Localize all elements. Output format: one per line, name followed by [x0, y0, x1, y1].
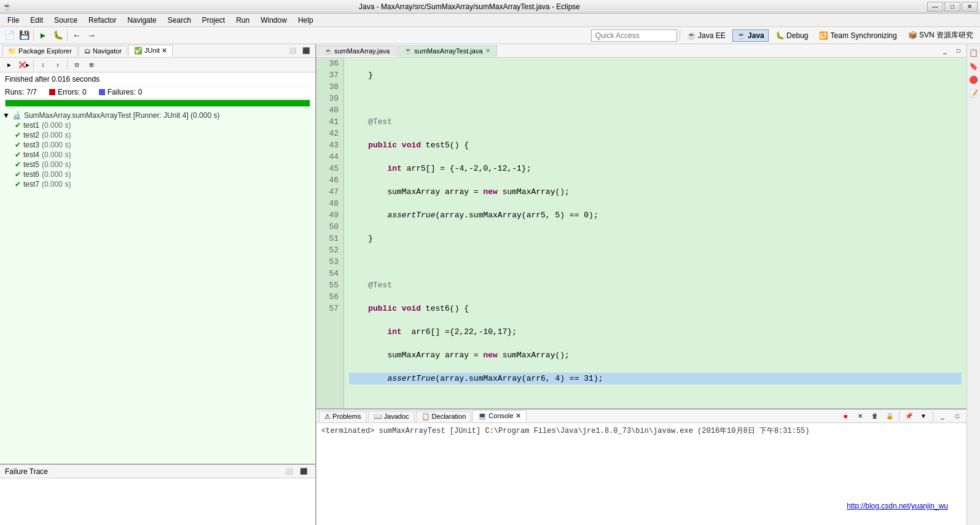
test-name-6: test6 — [23, 170, 39, 179]
console-scroll-lock-button[interactable]: 🔒 — [883, 410, 896, 423]
minimize-button[interactable]: — — [927, 2, 943, 12]
back-button[interactable]: ← — [70, 29, 84, 42]
console-terminate-button[interactable]: ■ — [839, 410, 852, 423]
ln-41: 41 — [321, 116, 339, 128]
failure-trace-maximize-button[interactable]: ⬛ — [297, 465, 310, 478]
menu-search[interactable]: Search — [163, 15, 196, 26]
menu-file[interactable]: File — [2, 15, 24, 26]
ln-54: 54 — [321, 268, 339, 279]
console-remove-button[interactable]: ✕ — [853, 410, 867, 423]
menu-refactor[interactable]: Refactor — [84, 15, 121, 26]
tab-javadoc[interactable]: 📖 Javadoc — [368, 411, 415, 422]
junit-status-text: Finished after 0.016 seconds — [5, 75, 100, 84]
menu-project[interactable]: Project — [197, 15, 230, 26]
test-tree[interactable]: ▼ 🔬 SumMaxArray.sumMaxArrayTest [Runner:… — [0, 108, 315, 464]
save-button[interactable]: 💾 — [17, 29, 31, 42]
code-line-48: sumMaxArray array = new sumMaxArray(); — [349, 349, 962, 361]
test-pass-icon-1: ✔ — [15, 121, 21, 130]
rerun-failed-button[interactable]: ❌▶ — [17, 58, 31, 72]
perspective-svn[interactable]: 📦 SVN 资源库研究 — [904, 28, 978, 42]
test-pass-icon-4: ✔ — [15, 150, 21, 159]
tab-console[interactable]: 💻 Console ✕ — [472, 410, 526, 422]
ln-48: 48 — [321, 198, 339, 209]
menubar: File Edit Source Refactor Navigate Searc… — [0, 14, 980, 27]
test-item-6[interactable]: ✔ test6 (0.000 s) — [2, 169, 313, 179]
quick-access-input[interactable] — [591, 29, 677, 42]
code-line-47: int arr6[] ={2,22,-10,17}; — [349, 326, 962, 338]
console-clear-button[interactable]: 🗑 — [868, 410, 882, 423]
editor-tab-sumMaxArrayTest[interactable]: ☕ sumMaxArrayTest.java ✕ — [398, 45, 496, 56]
console-pin-button[interactable]: 📌 — [902, 410, 915, 423]
maximize-panel-button[interactable]: ⬛ — [299, 44, 313, 58]
right-sidebar-annotation-icon[interactable]: 📝 — [968, 87, 980, 99]
rerun-button[interactable]: ▶ — [2, 58, 16, 72]
tab-package-explorer[interactable]: 📁 Package Explorer — [2, 45, 77, 56]
right-sidebar: 📋 🔖 🔴 📝 — [966, 44, 980, 525]
tab-navigator[interactable]: 🗂 Navigator — [79, 45, 127, 56]
tab-declaration[interactable]: 📋 Declaration — [416, 411, 472, 422]
menu-run[interactable]: Run — [231, 15, 254, 26]
error-dot-icon — [49, 89, 55, 95]
bottom-maximize-button[interactable]: □ — [951, 410, 964, 423]
debug-button[interactable]: 🐛 — [51, 29, 65, 42]
collapse-all-button[interactable]: ⊟ — [70, 58, 84, 72]
test-item-7[interactable]: ✔ test7 (0.000 s) — [2, 179, 313, 189]
ln-43: 43 — [321, 139, 339, 151]
code-line-45: @Test — [349, 279, 962, 291]
failure-trace-content — [0, 478, 315, 515]
test-item-3[interactable]: ✔ test3 (0.000 s) — [2, 140, 313, 150]
new-button[interactable]: 📄 — [2, 29, 16, 42]
failure-trace-menu-button[interactable]: ⬜ — [282, 465, 296, 478]
forward-button[interactable]: → — [85, 29, 98, 42]
minimize-panel-button[interactable]: ⬜ — [286, 44, 299, 58]
tab-close-button[interactable]: ✕ — [485, 47, 490, 54]
perspective-java[interactable]: ☕ Java — [732, 29, 769, 42]
javadoc-icon: 📖 — [374, 413, 382, 420]
watermark-link[interactable]: http://blog.csdn.net/yuanjin_wu — [847, 502, 948, 510]
maximize-button[interactable]: □ — [944, 2, 960, 12]
menu-source[interactable]: Source — [49, 15, 82, 26]
junit-toolbar-sep — [33, 60, 34, 71]
toolbar-separator-3 — [680, 30, 680, 41]
perspective-team-sync[interactable]: 🔁 Team Synchronizing — [815, 29, 901, 42]
test-item-4[interactable]: ✔ test4 (0.000 s) — [2, 150, 313, 160]
close-button[interactable]: ✕ — [962, 2, 978, 12]
editor-tab-sumMaxArray[interactable]: ☕ sumMaxArray.java — [318, 45, 396, 56]
test-item-5[interactable]: ✔ test5 (0.000 s) — [2, 160, 313, 169]
test-time-3: (0.000 s) — [42, 141, 71, 149]
menu-navigate[interactable]: Navigate — [122, 15, 161, 26]
tab-junit[interactable]: ✅ JUnit ✕ — [128, 45, 173, 56]
code-editor[interactable]: 36 37 38 39 40 41 42 43 44 45 46 47 48 4… — [316, 58, 966, 408]
run-button[interactable]: ▶ — [36, 29, 50, 42]
code-line-39: public void test5() { — [349, 139, 962, 151]
expand-all-button[interactable]: ⊞ — [85, 58, 98, 72]
code-line-40: int arr5[] = {-4,-2,0,-12,-1}; — [349, 163, 962, 174]
editor-maximize-button[interactable]: □ — [952, 44, 965, 58]
bottom-tabs-left: ⚠ Problems 📖 Javadoc 📋 Declaration 💻 Con… — [319, 410, 528, 422]
right-sidebar-bookmark-icon[interactable]: 🔖 — [968, 60, 980, 72]
test-item-1[interactable]: ✔ test1 (0.000 s) — [2, 120, 313, 130]
perspective-java-ee[interactable]: ☕ Java EE — [683, 29, 730, 42]
test-item-2[interactable]: ✔ test2 (0.000 s) — [2, 130, 313, 140]
console-view-menu-button[interactable]: ▼ — [917, 410, 930, 423]
test-time-4: (0.000 s) — [42, 150, 71, 159]
editor-minimize-button[interactable]: _ — [938, 44, 952, 58]
menu-edit[interactable]: Edit — [25, 15, 48, 26]
perspective-debug[interactable]: 🐛 Debug — [771, 29, 813, 42]
code-content[interactable]: } @Test public void test5() { int arr5[]… — [344, 58, 966, 408]
left-panel-tabs: 📁 Package Explorer 🗂 Navigator ✅ JUnit ✕… — [0, 44, 315, 58]
right-sidebar-task-icon[interactable]: 📋 — [968, 47, 980, 59]
menu-window[interactable]: Window — [256, 15, 292, 26]
navigate-prev-failure-button[interactable]: ⇧ — [51, 58, 65, 72]
navigate-failure-button[interactable]: ⇩ — [36, 58, 50, 72]
menu-help[interactable]: Help — [293, 15, 318, 26]
toolbar: 📄 💾 ▶ 🐛 ← → ☕ Java EE ☕ Java 🐛 Debug 🔁 T… — [0, 27, 980, 44]
errors-label: Errors: — [58, 88, 80, 96]
test-suite-row[interactable]: ▼ 🔬 SumMaxArray.sumMaxArrayTest [Runner:… — [2, 111, 313, 120]
bottom-minimize-button[interactable]: _ — [936, 410, 949, 423]
tab-problems[interactable]: ⚠ Problems — [319, 411, 367, 422]
progress-bar — [6, 100, 310, 106]
right-sidebar-breakpoint-icon[interactable]: 🔴 — [968, 74, 980, 86]
failures-value: 0 — [138, 88, 143, 96]
code-line-42: assertTrue(array.sumMaxArray(arr5, 5) ==… — [349, 209, 962, 221]
